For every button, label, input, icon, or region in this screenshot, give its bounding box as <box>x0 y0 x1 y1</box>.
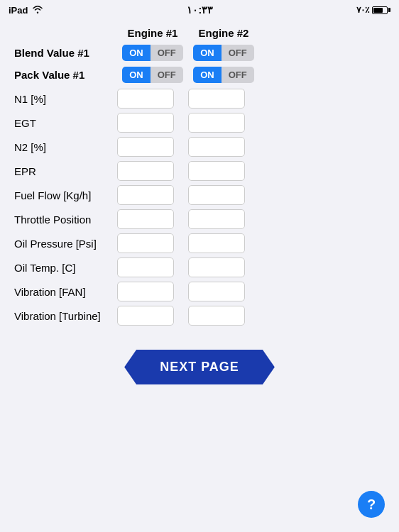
data-row: Fuel Flow [Kg/h] <box>14 185 385 205</box>
signal-percent: ٧٠٪ <box>356 5 369 15</box>
column-headers: Engine #1 Engine #2 <box>117 27 385 39</box>
data-input-engine1[interactable] <box>117 137 174 157</box>
data-row-label: Throttle Position <box>14 214 117 226</box>
data-row: Vibration [Turbine] <box>14 306 385 326</box>
data-row-label: Vibration [Turbine] <box>14 310 117 322</box>
blend-on-btn-engine1[interactable]: ON <box>122 45 151 61</box>
data-input-engine1[interactable] <box>117 209 174 229</box>
data-input-engine1[interactable] <box>117 113 174 133</box>
data-input-engine1[interactable] <box>117 306 174 326</box>
data-row-label: Oil Temp. [C] <box>14 262 117 274</box>
data-row-label: EPR <box>14 165 117 177</box>
pack-off-btn-engine2[interactable]: OFF <box>222 67 254 83</box>
battery-icon <box>372 6 390 14</box>
data-row: Throttle Position <box>14 209 385 229</box>
blend-off-btn-engine1[interactable]: OFF <box>151 45 183 61</box>
engine2-header: Engine #2 <box>188 27 259 39</box>
data-input-engine2[interactable] <box>188 306 245 326</box>
data-input-engine1[interactable] <box>117 89 174 109</box>
data-input-engine2[interactable] <box>188 233 245 253</box>
data-input-engine2[interactable] <box>188 137 245 157</box>
status-bar-left: iPad <box>9 5 43 16</box>
blend-value-label: Blend Value #1 <box>14 47 117 59</box>
data-input-engine2[interactable] <box>188 185 245 205</box>
data-input-engine1[interactable] <box>117 185 174 205</box>
data-row: EGT <box>14 113 385 133</box>
engine1-header: Engine #1 <box>117 27 188 39</box>
blend-off-btn-engine2[interactable]: OFF <box>222 45 254 61</box>
carrier-label: iPad <box>9 5 28 16</box>
pack-on-btn-engine1[interactable]: ON <box>122 67 151 83</box>
next-page-button[interactable]: NEXT PAGE <box>124 350 275 384</box>
data-row: N1 [%] <box>14 89 385 109</box>
wifi-icon <box>32 5 43 16</box>
data-input-engine1[interactable] <box>117 161 174 181</box>
data-row-label: N1 [%] <box>14 93 117 105</box>
data-row: Oil Pressure [Psi] <box>14 233 385 253</box>
status-bar: iPad ١٠:٣٣ ٧٠٪ <box>0 0 399 20</box>
data-row-label: Fuel Flow [Kg/h] <box>14 189 117 201</box>
data-input-engine2[interactable] <box>188 282 245 301</box>
status-bar-right: ٧٠٪ <box>356 5 390 15</box>
data-row: Vibration [FAN] <box>14 282 385 301</box>
status-bar-time: ١٠:٣٣ <box>187 4 213 16</box>
pack-toggle-engine2: ON OFF <box>188 67 259 83</box>
data-input-engine2[interactable] <box>188 113 245 133</box>
blend-toggle-engine1: ON OFF <box>117 45 188 61</box>
data-row: N2 [%] <box>14 137 385 157</box>
pack-toggle-engine1: ON OFF <box>117 67 188 83</box>
pack-off-btn-engine1[interactable]: OFF <box>151 67 183 83</box>
data-input-engine2[interactable] <box>188 209 245 229</box>
data-input-engine1[interactable] <box>117 233 174 253</box>
data-row-label: N2 [%] <box>14 141 117 153</box>
pack-value-row: Pack Value #1 ON OFF ON OFF <box>14 67 385 83</box>
main-content: Engine #1 Engine #2 Blend Value #1 ON OF… <box>0 20 399 337</box>
next-page-container: NEXT PAGE <box>0 350 399 384</box>
pack-on-btn-engine2[interactable]: ON <box>193 67 222 83</box>
pack-value-label: Pack Value #1 <box>14 69 117 81</box>
data-row: EPR <box>14 161 385 181</box>
data-input-engine1[interactable] <box>117 257 174 277</box>
help-button[interactable]: ? <box>358 491 385 518</box>
data-row-label: Oil Pressure [Psi] <box>14 238 117 250</box>
data-row: Oil Temp. [C] <box>14 257 385 277</box>
blend-toggle-engine2: ON OFF <box>188 45 259 61</box>
data-row-label: EGT <box>14 117 117 129</box>
data-rows: N1 [%]EGTN2 [%]EPRFuel Flow [Kg/h]Thrott… <box>14 89 385 326</box>
data-row-label: Vibration [FAN] <box>14 286 117 298</box>
data-input-engine2[interactable] <box>188 161 245 181</box>
blend-on-btn-engine2[interactable]: ON <box>193 45 222 61</box>
data-input-engine2[interactable] <box>188 89 245 109</box>
data-input-engine2[interactable] <box>188 257 245 277</box>
blend-value-row: Blend Value #1 ON OFF ON OFF <box>14 45 385 61</box>
data-input-engine1[interactable] <box>117 282 174 301</box>
